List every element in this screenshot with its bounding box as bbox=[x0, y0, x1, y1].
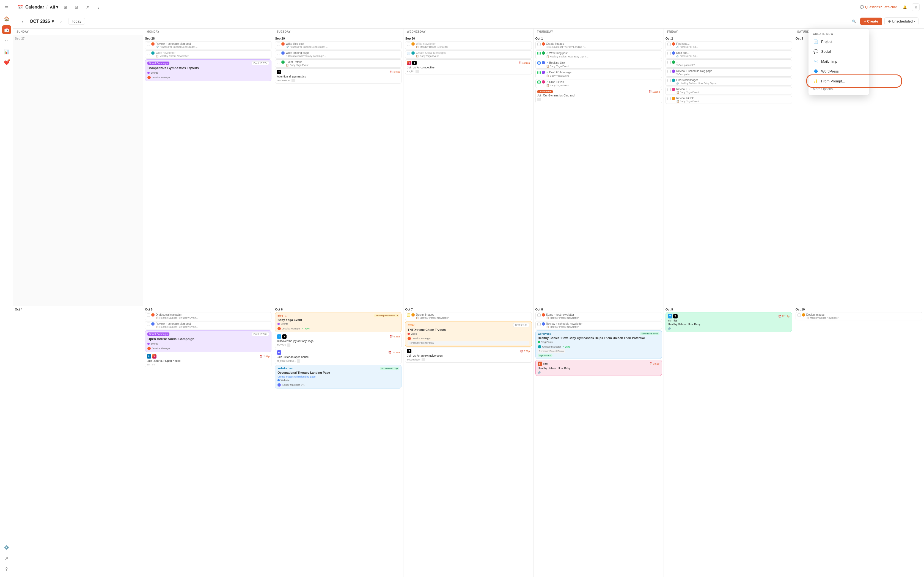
media-icon-1-cs bbox=[537, 98, 541, 101]
task-write-newsletter-30[interactable]: Write newsletter 📋 Monthly Donor Newslet… bbox=[405, 41, 531, 50]
create-button[interactable]: + Create bbox=[860, 18, 882, 25]
task-find-stock-2b[interactable]: Find stock images 🔗 Healthy Babies: How … bbox=[666, 77, 792, 86]
task-write-blog-1[interactable]: ✓ Write blog post 📋 Healthy Babies: How … bbox=[535, 50, 662, 59]
next-month-button[interactable]: › bbox=[57, 18, 65, 25]
task-review-schedule-8[interactable]: Review + schedule newsletter 📋 Monthly P… bbox=[535, 321, 662, 329]
cb-event-details-29[interactable] bbox=[277, 61, 280, 64]
task-review-blog-5[interactable]: Review + schedule blog post 📋 Healthy Ba… bbox=[145, 321, 271, 329]
social-card-gymnastics[interactable]: Social Campaign Draft 10:37a Competitive… bbox=[145, 60, 271, 81]
today-button[interactable]: Today bbox=[68, 18, 85, 25]
tnt-card-9[interactable]: T T ⏰ 12:17p TNTFit1 Healthy Babies: How… bbox=[666, 312, 792, 332]
cb-2-7[interactable] bbox=[667, 97, 671, 100]
task-review-blog[interactable]: Review + schedule blog post 🔗 Fitness Fo… bbox=[145, 41, 271, 50]
sidebar-workflow-icon[interactable]: ↔ bbox=[2, 36, 11, 45]
cb-8-1[interactable] bbox=[537, 314, 541, 317]
sidebar-home-icon[interactable]: 🏠 bbox=[2, 14, 11, 23]
copy-button[interactable]: ⊡ bbox=[73, 3, 80, 11]
filter-button[interactable]: ⊞ bbox=[61, 3, 69, 11]
platform-card-tntfit1-6[interactable]: T T ⏰ 9:55a Discover the joy of Baby Yog… bbox=[275, 333, 402, 348]
platform-card-tiktok-29[interactable]: T ⏰ 6:29p Attention all gymnastics cosde… bbox=[275, 68, 402, 84]
grid-button[interactable]: ⊞ bbox=[912, 3, 919, 11]
menu-item-from-prompt[interactable]: ✨ From Prompt... bbox=[809, 76, 869, 86]
cb-8-2[interactable] bbox=[537, 322, 541, 326]
cb-2-2[interactable] bbox=[667, 52, 671, 55]
platform-card-mastodon-6[interactable]: M ⏰ 10:58a Join us for an open house fit… bbox=[275, 349, 402, 364]
sidebar-calendar-icon[interactable]: 📅 bbox=[2, 25, 11, 34]
task-stage-newsletter-8[interactable]: Stage + test newsletter 📋 Monthly Parent… bbox=[535, 312, 662, 321]
task-event-details-29[interactable]: Event Details 📋 Baby Yoga Event bbox=[275, 60, 402, 68]
av-10-1 bbox=[802, 313, 805, 316]
task-create-social-30[interactable]: Create Social Messages 📋 Baby Yoga Event bbox=[405, 50, 531, 58]
sidebar-settings-icon[interactable]: ⚙️ bbox=[2, 543, 11, 552]
prev-month-button[interactable]: ‹ bbox=[19, 18, 26, 25]
task-review-tiktok-2[interactable]: Review TikTok 📋 Baby Yoga Event bbox=[666, 96, 792, 104]
month-label[interactable]: OCT 2026 ▾ bbox=[30, 19, 54, 24]
task-draft-tiktok-1[interactable]: ✓ Draft TikTok 📋 Baby Yoga Event bbox=[535, 79, 662, 88]
cal-search-button[interactable]: 🔍 bbox=[850, 18, 858, 25]
cb-1-4[interactable] bbox=[537, 71, 541, 74]
cb-2-3[interactable] bbox=[667, 61, 671, 64]
platform-card-cosdevloper-7[interactable]: T ⏰ 2:28p Join us for an exclusive open … bbox=[405, 348, 531, 363]
task-find-stock-2[interactable]: Find stoc... 🔗 Fitness For Sp... bbox=[666, 41, 792, 50]
cb-1-1[interactable] bbox=[537, 43, 541, 46]
cb-30-1[interactable] bbox=[407, 43, 410, 46]
checkbox-write-newsletter[interactable] bbox=[147, 52, 150, 55]
menu-more-options[interactable]: More Options... bbox=[809, 86, 869, 93]
more-button[interactable]: ⋮ bbox=[95, 3, 102, 11]
menu-item-wordpress[interactable]: 🔷 WordPress bbox=[809, 66, 869, 76]
sidebar-analytics-icon[interactable]: 📊 bbox=[2, 47, 11, 56]
cb-2-5[interactable] bbox=[667, 79, 671, 82]
cb-5-1[interactable] bbox=[147, 314, 150, 317]
cb-2-6[interactable] bbox=[667, 88, 671, 91]
menu-item-social[interactable]: 💬 Social bbox=[809, 47, 869, 56]
sidebar-share-icon[interactable]: ↗ bbox=[2, 554, 11, 563]
checkbox-review-blog[interactable] bbox=[147, 43, 150, 46]
avatar-write-newsletter bbox=[151, 52, 155, 55]
sidebar-menu-icon[interactable]: ☰ bbox=[2, 3, 11, 12]
website-card-occ-6[interactable]: Website Cont... Scheduled 2:15p Occupati… bbox=[275, 365, 402, 388]
task-occ-2[interactable]: ... □ Occupational T... bbox=[666, 60, 792, 68]
task-draft-soc-2[interactable]: Draft soc... 🔗 Fitness For Sp... bbox=[666, 50, 792, 58]
cb-7-1[interactable] bbox=[407, 314, 410, 317]
task-write-blog-29[interactable]: Write blog post 🔗 Fitness For Special Ne… bbox=[275, 41, 402, 50]
task-write-newsletter[interactable]: Write newsletter 📋 Monthly Parent Newsle… bbox=[145, 50, 271, 58]
bell-button[interactable]: 🔔 bbox=[901, 3, 909, 11]
cb-5-2[interactable] bbox=[147, 322, 150, 326]
persona-8: Persona: Parent Paula bbox=[538, 349, 565, 353]
task-create-images-1[interactable]: Create images □ Occupational Therapy Lan… bbox=[535, 41, 662, 50]
all-dropdown[interactable]: All ▾ bbox=[50, 5, 58, 10]
platform-card-30[interactable]: I T ⏰ 10:16a Join us for competitive tnt… bbox=[405, 60, 531, 74]
task-draft-fb-1[interactable]: ✓ Draft FB Message 📋 Baby Yoga Event bbox=[535, 69, 662, 78]
menu-item-project[interactable]: 📄 Project bbox=[809, 37, 869, 47]
event-card-tnt-7[interactable]: Event Draft 2:13p TNT Xtreme Cheer Tryou… bbox=[405, 321, 531, 347]
sidebar-help-icon[interactable]: ? bbox=[2, 565, 11, 574]
cb-1-3[interactable] bbox=[537, 61, 541, 64]
cb-2-4[interactable] bbox=[667, 70, 671, 73]
coschedule-card-1[interactable]: CoSchedule ⏰ 12:35p Join Our Gymnastics … bbox=[535, 89, 662, 103]
cb-30-2[interactable] bbox=[407, 52, 410, 55]
menu-item-mailchimp[interactable]: ✉️ Mailchimp bbox=[809, 56, 869, 66]
cb-write-blog-29[interactable] bbox=[277, 43, 280, 46]
task-design-images-7[interactable]: Design images 📋 Monthly Parent Newslette… bbox=[405, 312, 531, 321]
task-booking-link-1[interactable]: ✓ Booking Link 📋 Baby Yoga Event bbox=[535, 60, 662, 69]
share-button[interactable]: ↗ bbox=[84, 3, 91, 11]
task-write-landing-29[interactable]: Write landing page □ Occupational Therap… bbox=[275, 50, 402, 58]
task-text-2-4: Review + schedule blog page bbox=[676, 69, 712, 73]
task-review-fb-2[interactable]: Review FB 📋 Baby Yoga Event bbox=[666, 87, 792, 95]
task-design-images-10[interactable]: Design images 📋 Monthly Donor Newsletter bbox=[796, 312, 922, 321]
unscheduled-button[interactable]: ⊙ Unscheduled › bbox=[884, 17, 919, 25]
task-review-blog-2[interactable]: Review + schedule blog page □ Occupatio.… bbox=[666, 68, 792, 77]
fitnt-card-8[interactable]: F Fitnt ⏰ 3:56p Healthy Babies: How Baby… bbox=[535, 359, 662, 376]
social-card-open-house[interactable]: Social Campaign Draft 10:58a Open House … bbox=[145, 330, 271, 352]
wordpress-card-8[interactable]: WordPress Scheduled 2:05p Healthy Babies… bbox=[535, 330, 662, 359]
questions-button[interactable]: 💬 Questions? Let's chat! bbox=[860, 5, 898, 9]
sidebar-heart-icon[interactable]: ❤️ bbox=[2, 58, 11, 67]
task-draft-social-5[interactable]: Draft social campaign 📋 Healthy Babies: … bbox=[145, 312, 271, 321]
cb-2-1[interactable] bbox=[667, 43, 671, 46]
cb-write-landing-29[interactable] bbox=[277, 52, 280, 55]
cb-1-5[interactable] bbox=[537, 81, 541, 84]
blog-card-baby-yoga[interactable]: Blog P... Pending Review 9:47a Baby Yoga… bbox=[275, 312, 402, 332]
cb-10-1[interactable] bbox=[798, 314, 801, 317]
platform-card-tnt-5[interactable]: in I ⏰ 2:51p Join us for our Open House … bbox=[145, 353, 271, 367]
cb-1-2[interactable] bbox=[537, 52, 541, 55]
